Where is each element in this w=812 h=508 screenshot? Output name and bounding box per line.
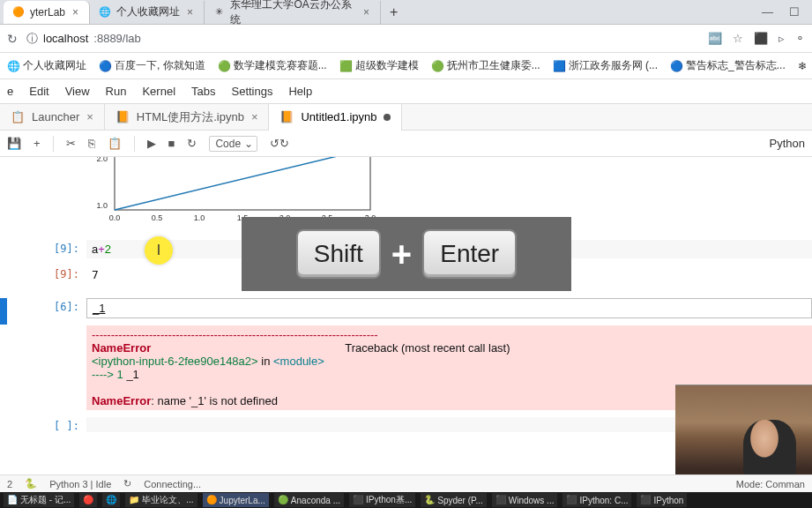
terminal-icon: ⬛ xyxy=(640,495,651,505)
bookmark-item[interactable]: 🔵警告标志_警告标志... xyxy=(670,58,786,73)
translate-icon[interactable]: 🔤 xyxy=(708,32,722,45)
taskbar-label: IPython: C... xyxy=(579,496,628,505)
restart-button[interactable]: ↻ xyxy=(187,137,197,150)
menu-settings[interactable]: Settings xyxy=(232,85,273,98)
info-icon[interactable]: ⓘ xyxy=(26,31,38,47)
cut-button[interactable]: ✂ xyxy=(66,137,76,150)
tab-html-notebook[interactable]: 📙 HTML使用方法.ipynb × xyxy=(105,104,270,131)
reload-icon[interactable]: ↻ xyxy=(123,478,131,489)
bookmark-label: 个人收藏网址 xyxy=(23,58,86,73)
status-bar: 2 🐍 Python 3 | Idle ↻ Connecting... Mode… xyxy=(0,474,812,492)
terminal-icon: ⬛ xyxy=(353,495,363,505)
close-icon[interactable]: × xyxy=(86,110,93,123)
taskbar-label: IPython基... xyxy=(366,494,412,506)
url-input[interactable]: ⓘ localhost:8889/lab xyxy=(26,31,141,47)
star-icon[interactable]: ☆ xyxy=(733,32,743,45)
svg-text:0.0: 0.0 xyxy=(109,213,121,222)
browser-tab-bookmarks[interactable]: 🌐 个人收藏网址 × xyxy=(90,1,205,24)
taskbar-item[interactable]: 🔴 xyxy=(79,493,97,507)
ext3-icon[interactable]: ⚬ xyxy=(795,32,805,45)
separator xyxy=(134,136,135,152)
taskbar-item[interactable]: ⬛IPython xyxy=(637,493,687,507)
stop-button[interactable]: ■ xyxy=(168,137,175,150)
bookmark-item[interactable]: 🟢数学建模竞赛赛题... xyxy=(218,58,327,73)
svg-text:1.0: 1.0 xyxy=(96,201,108,210)
fav-icon: ❄ xyxy=(798,60,810,72)
bookmark-item[interactable]: ❄清华学霸作息时间... xyxy=(798,58,812,73)
taskbar-item[interactable]: 🟢Anaconda ... xyxy=(274,493,344,507)
fav-icon: 🔵 xyxy=(670,60,682,72)
close-icon[interactable]: × xyxy=(71,6,80,19)
bookmark-item[interactable]: 🟩超级数学建模 xyxy=(339,58,419,73)
editor-mode: Mode: Comman xyxy=(736,479,805,489)
keyboard-shortcut-overlay: Shift + Enter xyxy=(242,217,571,291)
bookmark-item[interactable]: 🟦浙江政务服务网 (... xyxy=(553,58,658,73)
add-cell-button[interactable]: + xyxy=(34,137,41,150)
run-all-button[interactable]: ↺↻ xyxy=(270,137,289,150)
run-button[interactable]: ▶ xyxy=(147,137,156,150)
taskbar-item[interactable]: 🐍Spyder (P... xyxy=(421,493,487,507)
status-cell-count: 2 xyxy=(7,479,12,489)
save-button[interactable]: 💾 xyxy=(7,137,21,150)
new-tab-button[interactable]: + xyxy=(381,4,406,20)
fav-icon: 🟩 xyxy=(339,60,352,72)
svg-text:2.0: 2.0 xyxy=(96,157,108,163)
bookmark-item[interactable]: 🟢抚州市卫生健康委... xyxy=(431,58,540,73)
document-tabs: 📋 Launcher × 📙 HTML使用方法.ipynb × 📙 Untitl… xyxy=(0,104,812,131)
tab-untitled-notebook[interactable]: 📙 Untitled1.ipynb xyxy=(269,104,402,131)
bookmark-item[interactable]: 🔵百度一下, 你就知道 xyxy=(99,58,205,73)
connection-status: Connecting... xyxy=(144,479,201,489)
ext2-icon[interactable]: ▹ xyxy=(778,32,785,45)
fav-icon: 🔵 xyxy=(99,60,111,72)
kernel-status[interactable]: Python 3 | Idle xyxy=(49,479,111,489)
copy-button[interactable]: ⎘ xyxy=(88,137,95,150)
taskbar-item[interactable]: ⬛Windows ... xyxy=(492,493,558,507)
cell-type-select[interactable]: Code⌄ xyxy=(209,136,257,152)
taskbar-item[interactable]: 📄无标题 - 记... xyxy=(4,493,74,507)
reload-icon[interactable]: ↻ xyxy=(7,32,18,46)
close-icon[interactable]: × xyxy=(361,6,371,19)
edge-icon: 🌐 xyxy=(106,495,116,505)
taskbar-item[interactable]: ⬛IPython: C... xyxy=(562,493,631,507)
menu-bar: e Edit View Run Kernel Tabs Settings Hel… xyxy=(0,79,812,104)
ext-icon[interactable]: ⬛ xyxy=(754,32,768,45)
minimize-icon[interactable]: — xyxy=(762,5,773,19)
code-cell-selected[interactable]: [6]: _1 xyxy=(0,295,812,322)
bookmark-item[interactable]: 🌐个人收藏网址 xyxy=(7,58,86,73)
taskbar-item[interactable]: 📁毕业论文、... xyxy=(125,493,197,507)
svg-rect-0 xyxy=(115,157,370,210)
paste-button[interactable]: 📋 xyxy=(108,137,122,150)
select-value: Code xyxy=(215,138,241,150)
close-icon[interactable]: × xyxy=(251,110,258,123)
taskbar-item[interactable]: ⬛IPython基... xyxy=(349,493,415,507)
menu-run[interactable]: Run xyxy=(106,85,127,98)
fav-icon: 🟢 xyxy=(431,60,443,72)
menu-kernel[interactable]: Kernel xyxy=(142,85,175,98)
terminal-icon: ⬛ xyxy=(566,495,577,505)
taskbar-item[interactable]: 🟠JupyterLa... xyxy=(203,493,269,507)
browser-tab-oa[interactable]: ✳ 东华理工大学OA云办公系统 × xyxy=(205,1,381,24)
taskbar-item[interactable]: 🌐 xyxy=(102,493,120,507)
close-icon[interactable]: × xyxy=(185,6,195,19)
chevron-down-icon: ⌄ xyxy=(244,138,253,150)
taskbar-label: Spyder (P... xyxy=(437,496,483,505)
menu-tabs[interactable]: Tabs xyxy=(191,85,215,98)
menu-help[interactable]: Help xyxy=(288,85,312,98)
code-input[interactable]: _1 xyxy=(86,298,812,318)
address-bar: ↻ ⓘ localhost:8889/lab 🔤 ☆ ⬛ ▹ ⚬ xyxy=(0,25,812,53)
menu-view[interactable]: View xyxy=(65,85,90,98)
code-token: + xyxy=(98,243,105,256)
plus-icon: + xyxy=(391,235,412,274)
browser-tab-jupyterlab[interactable]: 🟠 yterLab × xyxy=(4,1,90,24)
tab-label: HTML使用方法.ipynb xyxy=(137,109,244,125)
error-location: <ipython-input-6-2fee90e148a2> xyxy=(92,355,258,368)
menu-file[interactable]: e xyxy=(7,85,13,98)
menu-edit[interactable]: Edit xyxy=(29,85,48,98)
taskbar-label: JupyterLa... xyxy=(220,496,265,505)
tab-launcher[interactable]: 📋 Launcher × xyxy=(0,104,105,131)
taskbar-label: Anaconda ... xyxy=(291,496,340,505)
error-message: : name '_1' is not defined xyxy=(151,394,278,407)
bookmark-label: 警告标志_警告标志... xyxy=(686,58,786,73)
kernel-name[interactable]: Python xyxy=(770,137,805,150)
maximize-icon[interactable]: ☐ xyxy=(789,5,800,19)
